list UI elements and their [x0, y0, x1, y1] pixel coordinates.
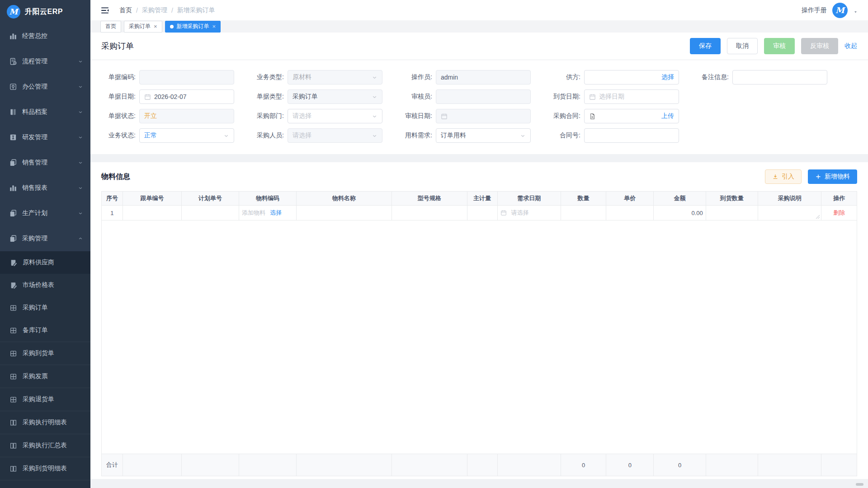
sidebar-subitem-备库订单[interactable]: 备库订单	[0, 319, 90, 342]
add-material-button-label: 新增物料	[825, 173, 850, 181]
cell-quantity[interactable]	[561, 206, 606, 221]
cell-amount[interactable]: 0.00	[654, 206, 706, 221]
cell-purchase-note[interactable]	[758, 206, 821, 221]
purchase-order-card: 采购订单 保存取消审核反审核收起 单据编码:单据日期:2026-02-07单据状…	[90, 33, 868, 154]
calendar-icon	[441, 113, 448, 120]
chevron-down-icon	[78, 109, 83, 115]
demand-date-editor: 请选择	[500, 206, 558, 220]
sidebar-subitem-采购执行明细表[interactable]: 采购执行明细表	[0, 411, 90, 434]
field-purchase-dept: 采购部门:请选择	[250, 109, 382, 123]
bar-chart-icon	[9, 32, 17, 40]
field-auditor: 审核员:	[398, 89, 531, 104]
close-icon[interactable]: ×	[154, 23, 157, 29]
total-unit-price: 0	[606, 454, 654, 476]
contract-no-input[interactable]	[584, 128, 679, 143]
cell-action[interactable]: 删除	[821, 206, 857, 221]
operator-value: admin	[441, 74, 526, 81]
sidebar-subitem-采购订单[interactable]: 采购订单	[0, 296, 90, 319]
sidebar-item-销售管理[interactable]: 销售管理	[0, 150, 90, 175]
sidebar-subitem-采购执行汇总表[interactable]: 采购执行汇总表	[0, 434, 90, 457]
col-amount: 金额	[654, 192, 706, 206]
sidebar-item-销售报表[interactable]: 销售报表	[0, 175, 90, 201]
doc-status-input: 开立	[139, 109, 234, 123]
sidebar-item-研发管理[interactable]: 研发管理	[0, 125, 90, 150]
cell-main-unit[interactable]	[467, 206, 497, 221]
sidebar-subitem-市场价格表[interactable]: 市场价格表	[0, 274, 90, 296]
cell-model-spec[interactable]	[392, 206, 467, 221]
hamburger-icon[interactable]	[100, 6, 109, 14]
close-icon[interactable]: ×	[212, 23, 216, 29]
chevron-down-icon	[78, 84, 83, 89]
sidebar-subitem-label: 备库订单	[23, 326, 83, 334]
open-book-icon	[9, 419, 17, 427]
tab-新增采购订单[interactable]: 新增采购订单×	[165, 21, 221, 33]
pages-icon	[9, 235, 17, 243]
sidebar-item-生产计划[interactable]: 生产计划	[0, 201, 90, 226]
cancel-button[interactable]: 取消	[727, 38, 758, 54]
material-demand-select[interactable]: 订单用料	[436, 128, 531, 143]
select-material-link[interactable]: 选择	[270, 209, 282, 217]
doc-date-date-input[interactable]: 2026-02-07	[139, 89, 234, 104]
sidebar-subitem-采购发票[interactable]: 采购发票	[0, 365, 90, 388]
cell-unit-price[interactable]	[606, 206, 654, 221]
material-demand-value: 订单用料	[441, 131, 517, 140]
collapse-button[interactable]: 收起	[844, 38, 857, 54]
tab-首页[interactable]: 首页	[100, 21, 121, 33]
field-audit-date: 审核日期:	[398, 109, 531, 123]
sidebar-item-经营总控[interactable]: 经营总控	[0, 23, 90, 49]
horizontal-scrollbar-thumb[interactable]	[856, 483, 863, 486]
open-book-icon	[9, 442, 17, 450]
chevron-down-icon	[372, 133, 377, 139]
chevron-down-icon	[520, 133, 526, 139]
resize-grip-icon[interactable]	[816, 215, 820, 219]
tab-采购订单[interactable]: 采购订单×	[124, 21, 162, 33]
sidebar-item-采购管理[interactable]: 采购管理	[0, 226, 90, 251]
upload-link[interactable]: 上传	[661, 112, 674, 120]
select-link[interactable]: 选择	[661, 73, 674, 81]
import-button[interactable]: 引入	[765, 169, 802, 184]
col-material-code: 物料编码	[239, 192, 297, 206]
breadcrumb-item-采购管理[interactable]: 采购管理	[142, 6, 167, 14]
total-order-no	[123, 454, 181, 476]
save-button[interactable]: 保存	[690, 38, 721, 54]
cell-arrival-qty[interactable]	[706, 206, 758, 221]
sidebar-subitem-采购到货单[interactable]: 采购到货单	[0, 342, 90, 365]
sidebar-subitem-label: 采购到货明细表	[23, 465, 83, 473]
avatar[interactable]: M	[832, 3, 848, 18]
purchase-dept-select[interactable]: 请选择	[288, 109, 382, 123]
sidebar-item-料品档案[interactable]: 料品档案	[0, 99, 90, 125]
field-arrival-date: 到货日期:选择日期	[546, 89, 679, 104]
chevron-down-icon	[372, 75, 377, 80]
sidebar-subitem-采购到货明细表[interactable]: 采购到货明细表	[0, 457, 90, 480]
cell-demand-date[interactable]: 请选择	[497, 206, 561, 221]
sidebar-subitem-采购退货单[interactable]: 采购退货单	[0, 388, 90, 411]
col-demand-date: 需求日期	[497, 192, 561, 206]
purchase-contract-upload-box[interactable]: 上传	[584, 109, 679, 123]
sidebar: M 升阳云ERP 经营总控流程管理办公管理料品档案研发管理销售管理销售报表生产计…	[0, 0, 90, 488]
caret-down-icon[interactable]	[853, 9, 858, 14]
supplier-label: 供方:	[546, 73, 580, 81]
remarks-input[interactable]	[732, 70, 827, 84]
sidebar-item-label: 生产计划	[22, 209, 78, 217]
breadcrumb-item-首页[interactable]: 首页	[119, 6, 132, 14]
cell-plan-no[interactable]	[182, 206, 239, 221]
total-plan-no	[182, 454, 239, 476]
col-model-spec: 型号规格	[392, 192, 467, 206]
col-quantity: 数量	[561, 192, 606, 206]
arrival-date-date-input[interactable]: 选择日期	[584, 89, 679, 104]
sidebar-item-办公管理[interactable]: 办公管理	[0, 74, 90, 99]
biz-status-select[interactable]: 正常	[139, 128, 234, 143]
manual-link[interactable]: 操作手册	[802, 6, 827, 14]
sidebar-subitem-采购发票明细表[interactable]: 采购发票明细表	[0, 480, 90, 488]
chevron-down-icon	[223, 133, 229, 139]
add-material-button[interactable]: 新增物料	[808, 169, 857, 184]
cell-material-code[interactable]: 添加物料选择	[239, 206, 297, 221]
sidebar-subitem-原料供应商[interactable]: 原料供应商	[0, 251, 90, 274]
delete-row-link[interactable]: 删除	[833, 209, 845, 216]
sidebar-item-流程管理[interactable]: 流程管理	[0, 49, 90, 74]
supplier-input[interactable]: 选择	[584, 70, 679, 84]
audit-date-date-input	[436, 109, 531, 123]
cell-material-name[interactable]	[297, 206, 392, 221]
cell-order-no[interactable]	[123, 206, 181, 221]
sidebar-item-label: 流程管理	[22, 57, 78, 66]
